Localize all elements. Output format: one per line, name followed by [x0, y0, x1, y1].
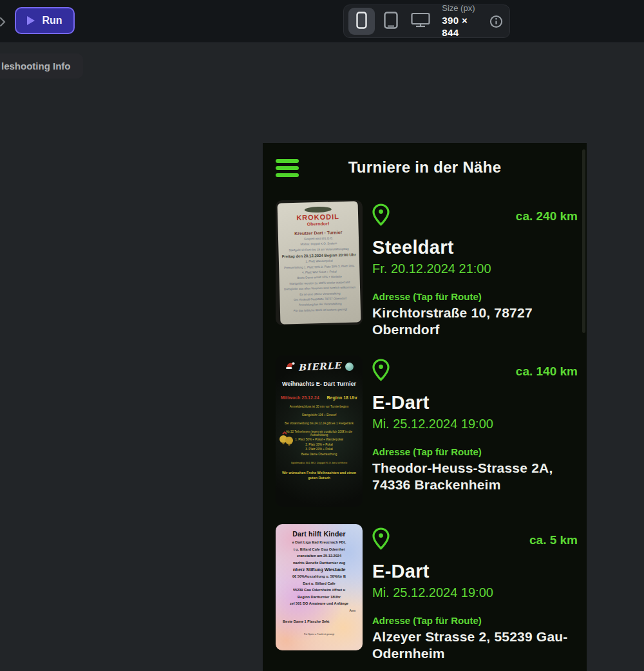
flyer-text-line: Bei Voranmeldung bis 24.12.24 gibt es 1 … — [279, 422, 359, 425]
info-icon[interactable] — [489, 15, 503, 28]
flyer-text-line: Wir wünschen Frohe Weihnachten und einen… — [279, 470, 359, 480]
location-pin-icon — [372, 203, 390, 229]
distance-label: ca. 140 km — [516, 359, 578, 379]
distance-label: ca. 240 km — [516, 203, 578, 223]
flyer-text-line: Modus: Doppel K.O. System — [281, 241, 356, 247]
size-value: 390 × 844 — [442, 14, 487, 39]
flyer-text-line: Beste Dame Überraschung — [279, 453, 359, 456]
tournament-card[interactable]: KROKODIL Oberndorf Kreutzer Dart - Turni… — [276, 200, 578, 339]
flyer-text-line: 4. Platz WM Ticket + Pokal — [281, 269, 357, 274]
tournament-flyer-image[interactable]: KROKODIL Oberndorf Kreutzer Dart - Turni… — [276, 200, 363, 325]
tooltip-label: leshooting Info — [1, 61, 70, 71]
card-details: ca. 240 km Steeldart Fr. 20.12.2024 21:0… — [372, 200, 578, 339]
flyer-text-line: Beginn Dartturnier 18Uhr — [278, 595, 360, 599]
tournament-card[interactable]: BIERLE Weihnachts E- Dart Turnier Mittwo… — [276, 355, 578, 507]
tournament-address[interactable]: Kirchtorstraße 10, 78727 Oberndorf — [372, 305, 578, 339]
app-header: Turniere in der Nähe — [263, 143, 587, 184]
flyer-text-line: Gespielt wird 501 D.O. — [281, 236, 356, 241]
flyer-text-line: Für das leibliche Wohl ist bestens gesor… — [283, 307, 358, 312]
crocodile-logo-icon — [304, 206, 331, 213]
flyer-date-row: Mittwoch 25.12.24 Beginn 18 Uhr — [279, 395, 359, 400]
flyer-text-line: Weihnachts E- Dart Turnier — [279, 381, 359, 387]
flyer-text-line: Beste Dame 1 Flasche Sekt — [278, 619, 360, 623]
flyer-text-line: t u. Billard Cafe Gau Odernhei — [278, 547, 360, 551]
flyer-text-line: Für Speis u. Trank ist gesorgt — [278, 633, 360, 636]
run-button-label: Run — [42, 15, 62, 26]
ornament-ball-icon — [345, 363, 354, 371]
flyer-text-line: 55239 Gau Odernheim öffnet u — [278, 588, 360, 592]
page-title: Turniere in der Nähe — [263, 158, 587, 176]
flyer-text-line: 1. Platz Wanderpokal — [281, 259, 357, 264]
tablet-icon — [384, 12, 398, 32]
troubleshooting-tooltip[interactable]: leshooting Info — [0, 53, 83, 79]
run-button[interactable]: Run — [15, 7, 75, 34]
tournament-title: Steeldart — [372, 237, 578, 258]
flyer-text-line: zel 501 DO Amateure und Anfänge — [278, 601, 360, 605]
santa-hat-icon — [285, 361, 295, 373]
location-pin-icon — [372, 527, 390, 553]
flyer-text-line: Beste Dame erhält 10% + Medaille — [282, 275, 357, 280]
device-tablet-button[interactable] — [377, 8, 404, 35]
flyer-text-line: Anmeldeschluss ist 30 min vor Turnierbeg… — [279, 405, 359, 408]
device-size-selector: Size (px) 390 × 844 — [343, 5, 510, 38]
tournament-list: KROKODIL Oberndorf Kreutzer Dart - Turni… — [263, 200, 587, 662]
tournament-address[interactable]: Alzeyer Strasse 2, 55239 Gau-Odernheim — [372, 628, 578, 663]
flyer-text-line: 0€ 50%Auszahlung u. 50%für B — [278, 574, 360, 578]
tournament-card[interactable]: Dart hilft Kindere Dart Liga Bad Kreuzna… — [276, 524, 578, 663]
tournament-address[interactable]: Theodor-Heuss-Strasse 2A, 74336 Brackenh… — [372, 460, 578, 494]
device-phone-button[interactable] — [348, 8, 375, 35]
flyer-text-line: Anmeldung bei der Veranstaltung — [283, 302, 358, 307]
address-route-link[interactable]: Adresse (Tap für Route) — [372, 615, 578, 626]
flyer-text-line: Startgebühr 10€ + Einwurf — [279, 413, 359, 417]
location-pin-icon — [372, 359, 390, 384]
size-display: Size (px) 390 × 844 — [442, 3, 487, 39]
flyer-text-line: Es ist eine offene Veranstaltung — [282, 291, 357, 296]
flyer-date: Mittwoch 25.12.24 — [281, 395, 319, 400]
collapse-chevron-icon[interactable] — [0, 16, 6, 30]
flyer-text-line: nherz Stiftung Wiesbade — [278, 567, 360, 572]
flyer-text-line: Dartspieler aus allen Vereinen sind herz… — [282, 286, 357, 291]
phone-icon — [356, 12, 367, 32]
address-route-link[interactable]: Adresse (Tap für Route) — [372, 446, 578, 457]
scrollbar[interactable] — [582, 149, 585, 333]
tournament-flyer-image[interactable]: Dart hilft Kindere Dart Liga Bad Kreuzna… — [276, 524, 363, 650]
flyer-text-line: Freitag den 20.12.2024 Beginn 20:00 Uhr — [281, 253, 357, 259]
card-details: ca. 140 km E-Dart Mi. 25.12.2024 19:00 A… — [372, 355, 578, 494]
app-preview: Turniere in der Nähe KROKODIL Oberndorf … — [263, 143, 587, 671]
flyer-text-line: Startgelder werden zu 100% wieder ausbez… — [282, 280, 357, 285]
bells-icon — [278, 431, 295, 449]
tournament-title: E-Dart — [372, 392, 578, 413]
flyer-text-line: Spielmodus 501 MO, Doppel K.O. best of t… — [279, 461, 359, 464]
flyer-text-line: Startgeld 10 Euro bis 18 am Veranstaltun… — [281, 247, 356, 252]
flyer-paper: KROKODIL Oberndorf Kreutzer Dart - Turni… — [278, 201, 361, 324]
flyer-text-line: Preisverteilung 1. Platz 50% 2. Platz 30… — [281, 264, 357, 269]
distance-label: ca. 5 km — [529, 527, 578, 547]
play-icon — [27, 16, 35, 25]
address-route-link[interactable]: Adresse (Tap für Route) — [372, 291, 578, 302]
flyer-logo-text: BIERLE — [298, 360, 342, 372]
menu-icon[interactable] — [276, 159, 299, 177]
flyer-text-line: eranstalten am 25.12.2024 — [278, 554, 360, 558]
monitor-icon — [411, 12, 430, 30]
tournament-datetime: Fr. 20.12.2024 21:00 — [372, 261, 578, 276]
device-desktop-button[interactable] — [407, 8, 433, 35]
flyer-text-line: Kreutzer Dart - Turnier — [281, 229, 356, 236]
flyer-text-line: Dart u. Billard Cafe — [278, 581, 360, 585]
flyer-text-line: Anm — [278, 609, 360, 612]
flyer-title-block: Weihnachts E- Dart Turnier — [279, 381, 359, 387]
flyer-text-line: nachts Benefiz Dartturnier zug — [278, 561, 360, 565]
top-toolbar: Run Size (px) 390 × 844 — [0, 0, 644, 43]
tournament-flyer-image[interactable]: BIERLE Weihnachts E- Dart Turnier Mittwo… — [276, 355, 363, 507]
flyer-text-line: Dart hilft Kinder — [278, 530, 360, 538]
flyer-text-line: e Dart Liga Bad Kreuznach FDL — [278, 540, 360, 544]
tournament-title: E-Dart — [372, 561, 578, 582]
flyer-text-block: Kreutzer Dart - TurnierGespielt wird 501… — [281, 229, 358, 312]
flyer-text-block: Dart hilft Kindere Dart Liga Bad Kreuzna… — [278, 530, 360, 636]
tournament-datetime: Mi. 25.12.2024 19:00 — [372, 585, 578, 600]
card-details: ca. 5 km E-Dart Mi. 25.12.2024 19:00 Adr… — [372, 524, 578, 663]
size-label: Size (px) — [442, 3, 487, 14]
flyer-time: Beginn 18 Uhr — [327, 395, 357, 400]
flyer-header: BIERLE — [279, 361, 359, 373]
tournament-datetime: Mi. 25.12.2024 19:00 — [372, 417, 578, 431]
flyer-text-line: Ort: Krokodil Gaststätte 78727 Oberndorf — [282, 296, 357, 301]
